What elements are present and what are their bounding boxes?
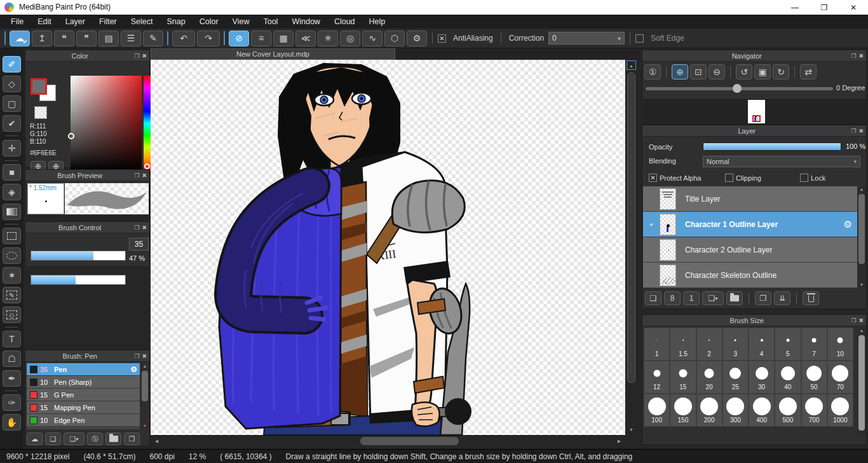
close-icon[interactable]: ✖ (142, 353, 147, 359)
fit-screen-button[interactable]: ⊡ (690, 64, 707, 79)
brush-size-option[interactable]: 500 (775, 394, 801, 427)
merge-layer-button[interactable]: ⇊ (774, 291, 790, 305)
snap-off-button[interactable]: ⊘ (229, 31, 249, 46)
rotate-left-button[interactable]: ↺ (736, 64, 752, 79)
close-icon[interactable]: ✖ (858, 53, 864, 59)
duplicate-brush-button[interactable]: ❐ (124, 432, 140, 445)
move-tool[interactable]: ✛ (3, 140, 21, 156)
brush-size-option[interactable]: 150 (670, 394, 696, 427)
reset-rotation-button[interactable]: ▣ (754, 64, 771, 79)
layer-list-scrollbar[interactable]: ▲ ▼ (857, 186, 866, 288)
duplicate-layer-button[interactable]: ❐ (755, 291, 771, 305)
zoom-100-button[interactable]: ① (644, 64, 661, 79)
menu-select[interactable]: Select (124, 15, 160, 29)
scroll-up-icon[interactable]: ▲ (857, 186, 866, 193)
blending-dropdown[interactable]: Normal ▾ (703, 156, 860, 167)
brush-size-option[interactable]: 1 (644, 328, 670, 361)
snap-vanishing-point-button[interactable]: ≪ (295, 31, 316, 46)
rotation-slider-thumb[interactable] (733, 84, 742, 93)
scroll-thumb[interactable] (142, 371, 148, 401)
brush-row[interactable]: 35Pen⚙ (27, 363, 140, 376)
snap-radial-button[interactable]: ✳ (318, 31, 338, 46)
layer-folder-button[interactable] (726, 291, 743, 305)
layer-settings-icon[interactable]: ⚙ (844, 219, 852, 230)
layer-row[interactable]: Title Layer (643, 186, 857, 212)
canvas-hscrollbar[interactable]: ◀ ▶ (151, 435, 625, 446)
scroll-thumb[interactable] (858, 194, 865, 264)
brush-size-option[interactable]: 70 (827, 361, 853, 394)
export-button[interactable]: ↥ (32, 31, 52, 46)
brush-size-option[interactable]: 40 (775, 361, 801, 394)
popout-icon[interactable]: ❐ (134, 353, 139, 359)
canvas-vscrollbar[interactable]: ▲ ▼ (625, 60, 636, 435)
brush-size-option[interactable]: 3 (722, 328, 749, 361)
canvas-artwork[interactable]: XIII (151, 60, 625, 435)
brush-size-option[interactable]: 10 (827, 328, 853, 361)
foreground-color-swatch[interactable] (31, 78, 47, 95)
close-button[interactable]: ✕ (839, 0, 868, 15)
clipping-checkbox[interactable]: Clipping (725, 174, 761, 182)
material-panel-button[interactable]: ☰ (121, 31, 141, 46)
menu-color[interactable]: Color (193, 15, 226, 29)
brush-size-option[interactable]: 50 (801, 361, 827, 394)
brush-tool[interactable]: ✐ (3, 56, 21, 73)
brush-row[interactable]: 10Edge Pen (27, 414, 140, 427)
menu-filter[interactable]: Filter (92, 15, 124, 29)
viewport-indicator[interactable] (752, 115, 761, 122)
navigator-page-thumbnail[interactable] (748, 100, 765, 123)
delete-layer-button[interactable] (803, 291, 819, 305)
scroll-up-icon[interactable]: ▲ (140, 363, 149, 370)
add-brush-button[interactable]: ❏ (45, 432, 61, 445)
menu-file[interactable]: File (4, 15, 31, 29)
zoom-out-button[interactable]: ⊖ (709, 64, 725, 79)
layer-row[interactable]: ●Character 1 Outline Layer⚙ (643, 212, 857, 237)
cloud-save-button[interactable]: ☁✔ (10, 31, 30, 46)
shape-tool[interactable]: ▢ (3, 95, 21, 112)
snap-parallel-button[interactable]: ≡ (251, 31, 271, 46)
correction-dropdown[interactable]: 0 ▾ (548, 32, 625, 45)
close-icon[interactable]: ✖ (142, 225, 147, 231)
layer-row[interactable]: Character Skeleton Outline (643, 263, 857, 288)
close-icon[interactable]: ✖ (858, 317, 864, 324)
close-icon[interactable]: ✖ (858, 128, 864, 134)
antialiasing-checkbox[interactable]: ✕ (438, 34, 446, 43)
scroll-left-icon[interactable]: ◀ (152, 436, 161, 446)
vscroll-thumb[interactable] (627, 73, 635, 383)
brush-size-option[interactable]: 4 (749, 328, 775, 361)
snap-grid-button[interactable]: ▦ (273, 31, 294, 46)
layer-row[interactable]: Character 2 Outline Layer (643, 237, 857, 263)
close-icon[interactable]: ✖ (142, 172, 147, 179)
curve-tool[interactable]: ✔ (3, 115, 21, 132)
menu-cloud[interactable]: Cloud (327, 15, 362, 29)
operation-select-tool[interactable]: ☖ (3, 350, 21, 367)
scroll-right-icon[interactable]: ▶ (614, 436, 624, 446)
scroll-thumb[interactable] (858, 335, 865, 431)
layer-opacity-slider[interactable] (703, 142, 841, 151)
eraser-tool[interactable]: ◇ (3, 76, 21, 92)
menu-help[interactable]: Help (362, 15, 393, 29)
add-8bit-layer-button[interactable]: 8 (664, 291, 681, 305)
script-brush-button[interactable]: Ⓢ (87, 432, 103, 445)
brush-row[interactable]: 15Mapping Pen (27, 401, 140, 414)
select-rect-tool[interactable] (3, 228, 21, 244)
scroll-down-icon[interactable]: ▼ (857, 282, 866, 288)
brush-size-option[interactable]: 15 (670, 361, 696, 394)
popout-icon[interactable]: ❐ (134, 172, 139, 179)
scroll-up-icon[interactable]: ▲ (627, 60, 636, 70)
bucket-tool[interactable]: ◈ (3, 184, 21, 200)
snap-curve-button[interactable]: ∿ (362, 31, 383, 46)
redo-button[interactable]: ↷ (197, 31, 220, 46)
brush-size-option[interactable]: 5 (775, 328, 801, 361)
zoom-in-button[interactable]: ⊕ (672, 64, 688, 79)
brush-row[interactable]: 10Pen (Sharp) (27, 376, 140, 389)
close-icon[interactable]: ✖ (142, 53, 147, 59)
brush-size-option[interactable]: 700 (801, 394, 827, 427)
comment-button[interactable]: ❝ (54, 31, 74, 46)
restore-button[interactable]: ❐ (810, 0, 839, 15)
document-tab[interactable]: New Cover Layout.mdp (151, 48, 395, 60)
brush-size-option[interactable]: 400 (749, 394, 775, 427)
popout-icon[interactable]: ❐ (851, 317, 856, 324)
chat-button[interactable]: ❞ (76, 31, 97, 46)
snap-settings-button[interactable]: ⚙ (407, 31, 427, 46)
brush-size-option[interactable]: 1.5 (670, 328, 696, 361)
